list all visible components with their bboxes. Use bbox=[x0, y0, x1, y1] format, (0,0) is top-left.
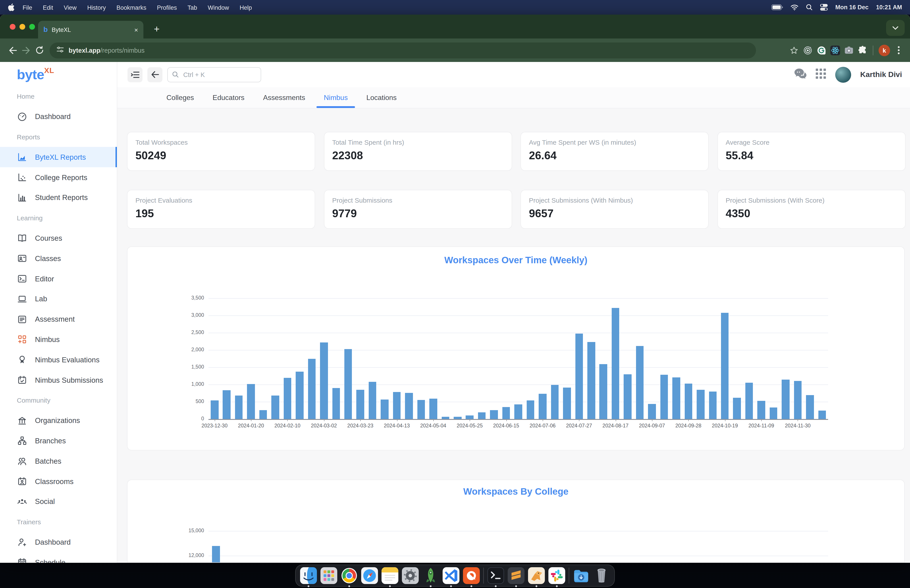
bar[interactable] bbox=[612, 308, 619, 419]
dock-finder-icon[interactable] bbox=[300, 567, 317, 584]
url-bar[interactable]: bytexl.app/reports/nimbus bbox=[50, 42, 756, 58]
control-center-icon[interactable] bbox=[820, 4, 828, 11]
bar[interactable] bbox=[490, 410, 498, 419]
sidebar-item-batches[interactable]: Batches bbox=[0, 451, 117, 472]
bar[interactable] bbox=[660, 375, 668, 419]
extension-orbit-icon[interactable] bbox=[802, 45, 813, 55]
dock-sublime-icon[interactable] bbox=[508, 567, 524, 584]
bar[interactable] bbox=[478, 412, 486, 419]
bar[interactable] bbox=[235, 396, 243, 419]
window-close-button[interactable] bbox=[10, 24, 16, 30]
bar[interactable] bbox=[782, 380, 789, 419]
dock-slack-icon[interactable] bbox=[548, 567, 565, 584]
window-zoom-button[interactable] bbox=[29, 24, 35, 30]
bar[interactable] bbox=[527, 400, 534, 419]
sidebar-item-branches[interactable]: Branches bbox=[0, 431, 117, 451]
sidebar-item-dashboard[interactable]: Dashboard bbox=[0, 107, 117, 127]
bar[interactable] bbox=[405, 393, 413, 419]
dock-launchpad-icon[interactable] bbox=[320, 567, 337, 584]
bar[interactable] bbox=[514, 404, 522, 419]
bar[interactable] bbox=[758, 401, 765, 419]
bar[interactable] bbox=[429, 399, 437, 419]
bar[interactable] bbox=[344, 349, 352, 419]
bar[interactable] bbox=[697, 390, 705, 419]
sidebar-item-bytexl-reports[interactable]: ByteXL Reports bbox=[0, 147, 117, 168]
bar[interactable] bbox=[636, 346, 644, 419]
bar[interactable] bbox=[745, 383, 753, 419]
bar[interactable] bbox=[223, 391, 231, 419]
extension-react-icon[interactable] bbox=[830, 45, 840, 55]
wifi-icon[interactable] bbox=[790, 4, 798, 10]
bar[interactable] bbox=[563, 388, 571, 419]
bar[interactable] bbox=[211, 401, 218, 419]
back-icon[interactable] bbox=[6, 44, 19, 57]
bar[interactable] bbox=[283, 378, 291, 419]
kebab-menu-icon[interactable] bbox=[894, 45, 904, 55]
bar[interactable] bbox=[503, 407, 510, 419]
menu-file[interactable]: File bbox=[17, 4, 38, 11]
bar[interactable] bbox=[320, 342, 328, 419]
apple-icon[interactable] bbox=[8, 3, 15, 11]
bar[interactable] bbox=[600, 364, 607, 419]
sidebar-item-nimbus[interactable]: Nimbus bbox=[0, 330, 117, 350]
bar[interactable] bbox=[259, 410, 267, 419]
menu-window[interactable]: Window bbox=[202, 4, 234, 11]
menubar-time[interactable]: 10:21 AM bbox=[876, 4, 902, 11]
user-name[interactable]: Karthik Divi bbox=[860, 70, 902, 79]
sidebar-item-classes[interactable]: Classes bbox=[0, 249, 117, 269]
bar[interactable] bbox=[709, 392, 716, 419]
dock-rocket-app-icon[interactable] bbox=[422, 567, 439, 584]
menu-edit[interactable]: Edit bbox=[38, 4, 59, 11]
bar[interactable] bbox=[393, 392, 401, 419]
dock-downloads-icon[interactable] bbox=[573, 567, 590, 584]
window-minimize-button[interactable] bbox=[19, 24, 25, 30]
sidebar-item-schedule[interactable]: Schedule bbox=[0, 552, 117, 563]
tab-assessments[interactable]: Assessments bbox=[254, 87, 315, 108]
menu-help[interactable]: Help bbox=[234, 4, 257, 11]
bar[interactable] bbox=[672, 377, 680, 419]
sidebar-item-nimbus-evaluations[interactable]: Nimbus Evaluations bbox=[0, 350, 117, 370]
bar[interactable] bbox=[648, 404, 656, 419]
sidebar-item-dashboard[interactable]: Dashboard bbox=[0, 532, 117, 552]
sidebar-item-organizations[interactable]: Organizations bbox=[0, 410, 117, 431]
bar[interactable] bbox=[587, 342, 595, 419]
bar[interactable] bbox=[575, 334, 583, 419]
bar[interactable] bbox=[247, 384, 255, 419]
bar[interactable] bbox=[818, 410, 826, 419]
sidebar-item-college-reports[interactable]: College Reports bbox=[0, 167, 117, 187]
menubar-date[interactable]: Mon 16 Dec bbox=[835, 4, 868, 11]
tab-educators[interactable]: Educators bbox=[204, 87, 254, 108]
user-avatar[interactable] bbox=[835, 66, 851, 82]
dock-postgres-icon[interactable] bbox=[528, 567, 545, 584]
bar[interactable] bbox=[684, 384, 692, 419]
sidebar-item-nimbus-submissions[interactable]: Nimbus Submissions bbox=[0, 370, 117, 390]
apps-grid-icon[interactable] bbox=[816, 69, 826, 81]
tab-locations[interactable]: Locations bbox=[357, 87, 406, 108]
dock-settings-icon[interactable] bbox=[402, 567, 419, 584]
sidebar-item-student-reports[interactable]: Student Reports bbox=[0, 187, 117, 208]
tab-colleges[interactable]: Colleges bbox=[157, 87, 204, 108]
sidebar-item-editor[interactable]: Editor bbox=[0, 268, 117, 289]
spotlight-icon[interactable] bbox=[806, 4, 813, 11]
extension-camera-icon[interactable] bbox=[844, 45, 854, 55]
menu-history[interactable]: History bbox=[82, 4, 111, 11]
sidebar-item-courses[interactable]: Courses bbox=[0, 228, 117, 249]
sidebar-item-classrooms[interactable]: Classrooms bbox=[0, 471, 117, 491]
bar[interactable] bbox=[296, 372, 304, 419]
bookmark-star-icon[interactable] bbox=[789, 45, 799, 55]
bar[interactable] bbox=[466, 415, 474, 419]
browser-tab[interactable]: b ByteXL × bbox=[38, 21, 144, 39]
sidebar-item-social[interactable]: Social bbox=[0, 491, 117, 512]
bar[interactable] bbox=[454, 417, 461, 419]
dock-safari-icon[interactable] bbox=[361, 567, 378, 584]
dock-chrome-icon[interactable] bbox=[341, 567, 358, 584]
extensions-puzzle-icon[interactable] bbox=[857, 45, 868, 55]
sidebar-item-lab[interactable]: Lab bbox=[0, 289, 117, 309]
bar[interactable] bbox=[212, 546, 220, 563]
tab-close-icon[interactable]: × bbox=[134, 26, 138, 33]
extension-grammarly-icon[interactable] bbox=[816, 45, 826, 55]
new-tab-button[interactable]: + bbox=[149, 21, 165, 37]
dock-vscode-icon[interactable] bbox=[443, 567, 459, 584]
menu-bookmarks[interactable]: Bookmarks bbox=[111, 4, 152, 11]
bytexl-logo[interactable]: byteXL bbox=[17, 66, 54, 83]
